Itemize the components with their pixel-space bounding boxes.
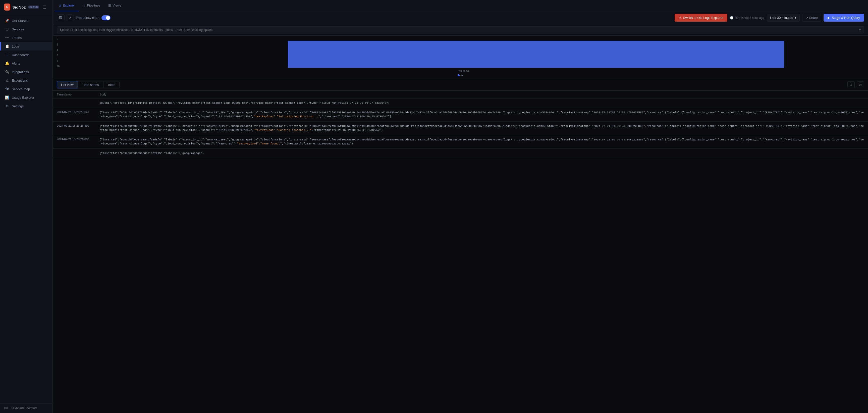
tab-explorer[interactable]: ◎ Explorer (55, 0, 79, 11)
view-toggle-button[interactable]: 🖼 (57, 14, 65, 21)
timestamp-cell (53, 98, 95, 108)
tab-pipelines-label: Pipelines (87, 3, 100, 7)
timestamp-cell: 2024-07-21 15:29:27.647 (53, 108, 95, 121)
logo-icon: S (4, 3, 10, 10)
refreshed-status: 🕐 Refreshed 2 mins ago (730, 16, 764, 20)
play-icon: ▶ (828, 16, 830, 20)
sidebar-logo: S SigNoz CLOUD ☰ (0, 0, 53, 14)
tab-views-label: Views (113, 3, 121, 7)
service-map-icon: 🗺 (5, 87, 9, 91)
columns-button[interactable]: ⊞ (857, 81, 864, 88)
timestamp-header: Timestamp (53, 91, 95, 98)
tab-time-series[interactable]: Time series (78, 81, 103, 88)
legend-dot (458, 75, 460, 77)
switch-old-logs-label: Switch to Old Logs Explorer (683, 16, 723, 20)
stage-run-query-button[interactable]: ▶ Stage & Run Query (824, 14, 864, 22)
sidebar-item-label: Alerts (12, 62, 20, 65)
sidebar-item-label: Settings (12, 104, 24, 108)
share-icon: ↗ (805, 16, 808, 20)
frequency-chart-toggle[interactable] (101, 15, 111, 20)
tab-explorer-label: Explorer (63, 3, 75, 7)
table-label: Table (107, 83, 115, 87)
time-series-label: Time series (82, 83, 99, 87)
table-row[interactable]: 2024-07-21 15:29:27.647{"insertId":"669c… (53, 108, 868, 121)
table-row[interactable]: south1","project_id":"signiti-project-42… (53, 98, 868, 108)
logs-icon: 📋 (5, 44, 9, 48)
list-controls: List view Time series Table ⬇ ⊞ (53, 79, 868, 91)
body-cell: {"insertId":"669cdbfd000738a4cf33d8f8","… (95, 135, 868, 148)
share-button[interactable]: ↗ Share (802, 14, 821, 22)
search-bar: ▾ (53, 24, 868, 36)
y-label-0: 0 (57, 38, 62, 40)
body-cell: south1","project_id":"signiti-project-42… (95, 98, 868, 108)
sidebar-collapse-button[interactable]: ☰ (41, 5, 49, 9)
sidebar-item-usage-explorer[interactable]: 📊 Usage Explorer (0, 93, 53, 102)
download-button[interactable]: ⬇ (847, 81, 855, 88)
sidebar-item-label: Services (12, 27, 24, 31)
settings-icon: ⚙ (5, 104, 9, 108)
table-row[interactable]: 2024-07-21 15:29:26.890{"insertId":"669c… (53, 121, 868, 135)
sidebar-item-integrations[interactable]: 🔌 Integrations (0, 67, 53, 76)
sidebar-item-traces[interactable]: 〰 Traces (0, 33, 53, 42)
sidebar-nav: 🚀 Get Started ⬡ Services 〰 Traces 📋 Logs… (0, 14, 53, 403)
log-table-area: Timestamp Body south1","project_id":"sig… (53, 91, 868, 413)
table-row[interactable]: 2024-07-21 15:29:26.890{"insertId":"669c… (53, 135, 868, 148)
close-panel-button[interactable]: ✕ (67, 14, 74, 21)
refreshed-text-label: Refreshed 2 mins ago (735, 16, 764, 20)
pipelines-tab-icon: ⇉ (83, 4, 85, 7)
sidebar-item-logs[interactable]: 📋 Logs (0, 42, 53, 51)
time-range-button[interactable]: Last 30 minutes ▾ (767, 14, 800, 22)
logo-initials: S (6, 5, 8, 9)
chart-bar (288, 41, 784, 68)
table-header: Timestamp Body (53, 91, 868, 98)
body-cell: {"insertId":"669cdbfd0005a5007188f215","… (95, 148, 868, 158)
sidebar-item-service-map[interactable]: 🗺 Service Map (0, 85, 53, 93)
sidebar-item-label: Service Map (12, 87, 30, 91)
body-cell: {"insertId":"669cdbfd000737de9c7a93cf","… (95, 108, 868, 121)
switch-old-logs-button[interactable]: ⚠ Switch to Old Logs Explorer (675, 14, 727, 22)
y-label-8: 8 (57, 60, 62, 62)
sidebar-item-label: Exceptions (12, 79, 28, 82)
logo-badge: CLOUD (28, 5, 39, 8)
sidebar-item-alerts[interactable]: 🔔 Alerts (0, 59, 53, 67)
sidebar-item-services[interactable]: ⬡ Services (0, 25, 53, 33)
integrations-icon: 🔌 (5, 70, 9, 74)
chart-legend: A (57, 74, 864, 77)
y-label-2: 2 (57, 43, 62, 46)
legend-label: A (461, 74, 463, 77)
keyboard-icon: ⌨ (4, 407, 8, 410)
y-label-6: 6 (57, 54, 62, 57)
sidebar-item-settings[interactable]: ⚙ Settings (0, 102, 53, 110)
rocket-icon: 🚀 (5, 19, 9, 23)
sidebar-item-label: Get Started (12, 19, 28, 23)
body-header: Body (95, 91, 868, 98)
log-table: Timestamp Body south1","project_id":"sig… (53, 91, 868, 158)
view-tabs: List view Time series Table (57, 81, 120, 88)
dashboards-icon: ⊞ (5, 53, 9, 57)
stage-run-label: Stage & Run Query (832, 16, 860, 20)
list-view-label: List view (61, 83, 73, 87)
logo-text: SigNoz (12, 5, 26, 9)
toolbar: 🖼 ✕ Frequency chart ⚠ Switch to Old Logs… (53, 11, 868, 24)
sidebar-item-dashboards[interactable]: ⊞ Dashboards (0, 51, 53, 59)
y-label-10: 10 (57, 65, 62, 68)
tab-views[interactable]: ☰ Views (104, 0, 125, 11)
sidebar-item-exceptions[interactable]: ⚠ Exceptions (0, 76, 53, 85)
explorer-tab-icon: ◎ (59, 4, 61, 7)
sidebar-item-label: Integrations (12, 70, 29, 74)
tab-table[interactable]: Table (103, 81, 120, 88)
tab-pipelines[interactable]: ⇉ Pipelines (79, 0, 104, 11)
toolbar-left: 🖼 ✕ Frequency chart (57, 14, 111, 21)
share-label: Share (809, 16, 818, 20)
clock-icon: 🕐 (730, 16, 734, 20)
toolbar-right: ⚠ Switch to Old Logs Explorer 🕐 Refreshe… (675, 14, 864, 22)
sidebar-item-get-started[interactable]: 🚀 Get Started (0, 16, 53, 25)
tab-list-view[interactable]: List view (57, 81, 78, 88)
warning-icon: ⚠ (679, 16, 682, 20)
keyboard-shortcuts-button[interactable]: ⌨ Keyboard Shortcuts (0, 403, 53, 413)
time-range-label: Last 30 minutes (770, 16, 793, 20)
table-row[interactable]: {"insertId":"669cdbfd0005a5007188f215","… (53, 148, 868, 158)
search-input[interactable] (60, 28, 857, 32)
search-expand-icon[interactable]: ▾ (859, 28, 861, 32)
frequency-chart-label: Frequency chart (76, 16, 99, 20)
